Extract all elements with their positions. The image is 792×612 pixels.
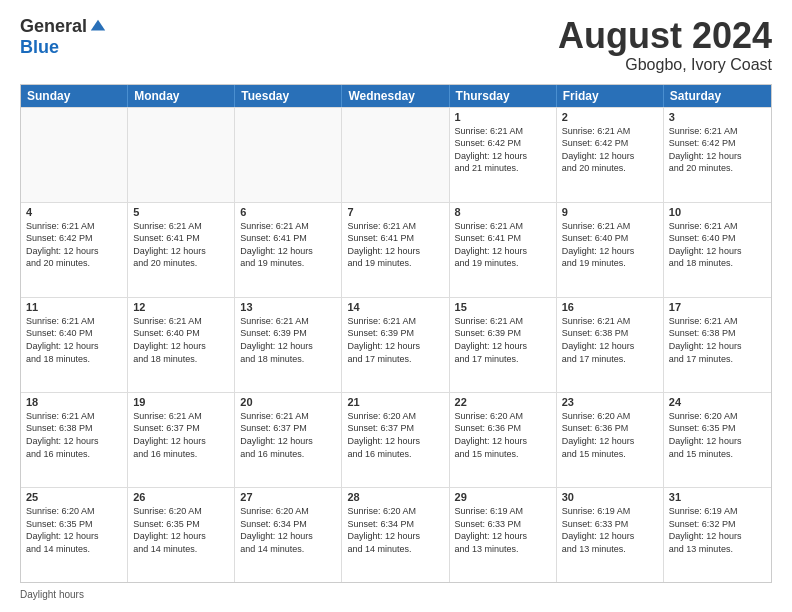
cal-week-5: 25Sunrise: 6:20 AM Sunset: 6:35 PM Dayli… bbox=[21, 487, 771, 582]
day-number: 25 bbox=[26, 491, 122, 503]
day-number: 4 bbox=[26, 206, 122, 218]
cal-cell-3-2: 12Sunrise: 6:21 AM Sunset: 6:40 PM Dayli… bbox=[128, 298, 235, 392]
calendar-body: 1Sunrise: 6:21 AM Sunset: 6:42 PM Daylig… bbox=[21, 107, 771, 582]
cal-week-2: 4Sunrise: 6:21 AM Sunset: 6:42 PM Daylig… bbox=[21, 202, 771, 297]
cal-cell-1-2 bbox=[128, 108, 235, 202]
cal-week-1: 1Sunrise: 6:21 AM Sunset: 6:42 PM Daylig… bbox=[21, 107, 771, 202]
day-info: Sunrise: 6:21 AM Sunset: 6:42 PM Dayligh… bbox=[562, 125, 658, 175]
cal-cell-4-1: 18Sunrise: 6:21 AM Sunset: 6:38 PM Dayli… bbox=[21, 393, 128, 487]
day-info: Sunrise: 6:21 AM Sunset: 6:42 PM Dayligh… bbox=[26, 220, 122, 270]
day-info: Sunrise: 6:19 AM Sunset: 6:33 PM Dayligh… bbox=[562, 505, 658, 555]
day-info: Sunrise: 6:20 AM Sunset: 6:37 PM Dayligh… bbox=[347, 410, 443, 460]
calendar-subtitle: Gbogbo, Ivory Coast bbox=[558, 56, 772, 74]
day-info: Sunrise: 6:21 AM Sunset: 6:37 PM Dayligh… bbox=[133, 410, 229, 460]
day-number: 2 bbox=[562, 111, 658, 123]
cal-cell-4-2: 19Sunrise: 6:21 AM Sunset: 6:37 PM Dayli… bbox=[128, 393, 235, 487]
cal-cell-2-7: 10Sunrise: 6:21 AM Sunset: 6:40 PM Dayli… bbox=[664, 203, 771, 297]
day-info: Sunrise: 6:20 AM Sunset: 6:35 PM Dayligh… bbox=[133, 505, 229, 555]
day-number: 23 bbox=[562, 396, 658, 408]
cal-cell-5-3: 27Sunrise: 6:20 AM Sunset: 6:34 PM Dayli… bbox=[235, 488, 342, 582]
day-number: 13 bbox=[240, 301, 336, 313]
cal-cell-5-6: 30Sunrise: 6:19 AM Sunset: 6:33 PM Dayli… bbox=[557, 488, 664, 582]
day-number: 12 bbox=[133, 301, 229, 313]
logo-general: General bbox=[20, 16, 87, 37]
footer-text: Daylight hours bbox=[20, 589, 84, 600]
day-number: 19 bbox=[133, 396, 229, 408]
day-info: Sunrise: 6:20 AM Sunset: 6:35 PM Dayligh… bbox=[669, 410, 766, 460]
day-info: Sunrise: 6:21 AM Sunset: 6:38 PM Dayligh… bbox=[669, 315, 766, 365]
cal-cell-3-3: 13Sunrise: 6:21 AM Sunset: 6:39 PM Dayli… bbox=[235, 298, 342, 392]
svg-marker-0 bbox=[91, 19, 105, 30]
cal-cell-2-6: 9Sunrise: 6:21 AM Sunset: 6:40 PM Daylig… bbox=[557, 203, 664, 297]
day-info: Sunrise: 6:20 AM Sunset: 6:34 PM Dayligh… bbox=[347, 505, 443, 555]
day-info: Sunrise: 6:21 AM Sunset: 6:42 PM Dayligh… bbox=[455, 125, 551, 175]
logo-blue: Blue bbox=[20, 37, 59, 57]
day-number: 16 bbox=[562, 301, 658, 313]
cal-cell-5-5: 29Sunrise: 6:19 AM Sunset: 6:33 PM Dayli… bbox=[450, 488, 557, 582]
cal-cell-5-2: 26Sunrise: 6:20 AM Sunset: 6:35 PM Dayli… bbox=[128, 488, 235, 582]
cal-cell-1-4 bbox=[342, 108, 449, 202]
day-info: Sunrise: 6:21 AM Sunset: 6:41 PM Dayligh… bbox=[455, 220, 551, 270]
logo-text: General bbox=[20, 16, 107, 37]
cal-cell-1-1 bbox=[21, 108, 128, 202]
calendar-title: August 2024 bbox=[558, 16, 772, 56]
cal-header-saturday: Saturday bbox=[664, 85, 771, 107]
cal-cell-5-1: 25Sunrise: 6:20 AM Sunset: 6:35 PM Dayli… bbox=[21, 488, 128, 582]
day-number: 30 bbox=[562, 491, 658, 503]
day-info: Sunrise: 6:21 AM Sunset: 6:42 PM Dayligh… bbox=[669, 125, 766, 175]
cal-cell-4-6: 23Sunrise: 6:20 AM Sunset: 6:36 PM Dayli… bbox=[557, 393, 664, 487]
calendar-header-row: SundayMondayTuesdayWednesdayThursdayFrid… bbox=[21, 85, 771, 107]
cal-cell-4-7: 24Sunrise: 6:20 AM Sunset: 6:35 PM Dayli… bbox=[664, 393, 771, 487]
cal-cell-5-7: 31Sunrise: 6:19 AM Sunset: 6:32 PM Dayli… bbox=[664, 488, 771, 582]
cal-cell-2-1: 4Sunrise: 6:21 AM Sunset: 6:42 PM Daylig… bbox=[21, 203, 128, 297]
cal-cell-4-4: 21Sunrise: 6:20 AM Sunset: 6:37 PM Dayli… bbox=[342, 393, 449, 487]
day-number: 21 bbox=[347, 396, 443, 408]
day-info: Sunrise: 6:19 AM Sunset: 6:32 PM Dayligh… bbox=[669, 505, 766, 555]
day-number: 20 bbox=[240, 396, 336, 408]
cal-cell-1-5: 1Sunrise: 6:21 AM Sunset: 6:42 PM Daylig… bbox=[450, 108, 557, 202]
day-number: 27 bbox=[240, 491, 336, 503]
day-number: 15 bbox=[455, 301, 551, 313]
cal-header-tuesday: Tuesday bbox=[235, 85, 342, 107]
day-number: 10 bbox=[669, 206, 766, 218]
day-number: 28 bbox=[347, 491, 443, 503]
day-number: 24 bbox=[669, 396, 766, 408]
day-info: Sunrise: 6:20 AM Sunset: 6:34 PM Dayligh… bbox=[240, 505, 336, 555]
day-number: 31 bbox=[669, 491, 766, 503]
day-number: 18 bbox=[26, 396, 122, 408]
cal-cell-4-5: 22Sunrise: 6:20 AM Sunset: 6:36 PM Dayli… bbox=[450, 393, 557, 487]
day-number: 6 bbox=[240, 206, 336, 218]
cal-cell-2-3: 6Sunrise: 6:21 AM Sunset: 6:41 PM Daylig… bbox=[235, 203, 342, 297]
day-number: 26 bbox=[133, 491, 229, 503]
day-info: Sunrise: 6:19 AM Sunset: 6:33 PM Dayligh… bbox=[455, 505, 551, 555]
cal-cell-2-5: 8Sunrise: 6:21 AM Sunset: 6:41 PM Daylig… bbox=[450, 203, 557, 297]
logo: General Blue bbox=[20, 16, 107, 58]
day-number: 9 bbox=[562, 206, 658, 218]
cal-cell-2-4: 7Sunrise: 6:21 AM Sunset: 6:41 PM Daylig… bbox=[342, 203, 449, 297]
day-info: Sunrise: 6:20 AM Sunset: 6:36 PM Dayligh… bbox=[455, 410, 551, 460]
calendar: SundayMondayTuesdayWednesdayThursdayFrid… bbox=[20, 84, 772, 583]
day-number: 29 bbox=[455, 491, 551, 503]
cal-cell-4-3: 20Sunrise: 6:21 AM Sunset: 6:37 PM Dayli… bbox=[235, 393, 342, 487]
day-info: Sunrise: 6:21 AM Sunset: 6:40 PM Dayligh… bbox=[133, 315, 229, 365]
day-info: Sunrise: 6:21 AM Sunset: 6:39 PM Dayligh… bbox=[455, 315, 551, 365]
day-number: 11 bbox=[26, 301, 122, 313]
header: General Blue August 2024 Gbogbo, Ivory C… bbox=[20, 16, 772, 74]
logo-icon bbox=[89, 18, 107, 36]
day-info: Sunrise: 6:21 AM Sunset: 6:40 PM Dayligh… bbox=[669, 220, 766, 270]
day-info: Sunrise: 6:21 AM Sunset: 6:39 PM Dayligh… bbox=[240, 315, 336, 365]
cal-cell-5-4: 28Sunrise: 6:20 AM Sunset: 6:34 PM Dayli… bbox=[342, 488, 449, 582]
day-info: Sunrise: 6:21 AM Sunset: 6:41 PM Dayligh… bbox=[347, 220, 443, 270]
cal-header-thursday: Thursday bbox=[450, 85, 557, 107]
day-info: Sunrise: 6:21 AM Sunset: 6:38 PM Dayligh… bbox=[26, 410, 122, 460]
day-number: 5 bbox=[133, 206, 229, 218]
day-number: 8 bbox=[455, 206, 551, 218]
cal-header-friday: Friday bbox=[557, 85, 664, 107]
cal-cell-3-7: 17Sunrise: 6:21 AM Sunset: 6:38 PM Dayli… bbox=[664, 298, 771, 392]
day-info: Sunrise: 6:21 AM Sunset: 6:37 PM Dayligh… bbox=[240, 410, 336, 460]
day-info: Sunrise: 6:20 AM Sunset: 6:36 PM Dayligh… bbox=[562, 410, 658, 460]
day-number: 14 bbox=[347, 301, 443, 313]
cal-header-monday: Monday bbox=[128, 85, 235, 107]
day-info: Sunrise: 6:21 AM Sunset: 6:40 PM Dayligh… bbox=[562, 220, 658, 270]
page: General Blue August 2024 Gbogbo, Ivory C… bbox=[0, 0, 792, 612]
